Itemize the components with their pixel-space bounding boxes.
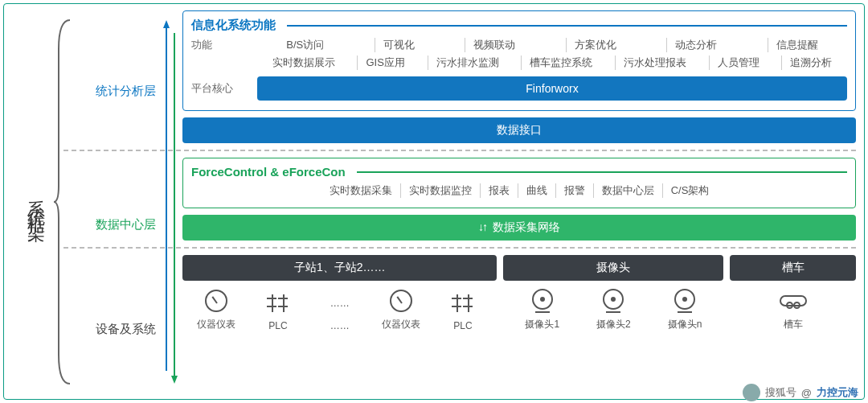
func-item: 人员管理 [709, 56, 768, 70]
device-item: 摄像头n [657, 287, 713, 331]
forcecontrol-head: ForceControl & eForceCon [191, 165, 847, 179]
force-item: 实时数据监控 [400, 183, 480, 198]
device-item: …… …… [312, 290, 368, 331]
divider-1 [63, 150, 856, 151]
group-title: 槽车 [730, 255, 856, 281]
divider-2 [63, 247, 856, 249]
camera-icon [529, 287, 556, 315]
row-label-function: 功能 [191, 38, 257, 52]
group-title: 摄像头 [503, 255, 723, 281]
func-item: 实时数据展示 [264, 56, 343, 70]
layer-labels-column: 统计分析层 数据中心层 设备及系统 [68, 10, 182, 393]
credit-prefix: 搜狐号 [765, 385, 796, 400]
collect-network-pill: 数据采集网络 [182, 215, 856, 241]
device-item: 仪器仪表 [188, 287, 244, 331]
func-item: 追溯分析 [781, 56, 840, 70]
device-group-cameras: 摄像头 摄像头1 摄像头2 摄像头n [503, 255, 723, 331]
force-item: 数据中心层 [593, 183, 662, 198]
info-system-head: 信息化系统功能 [191, 18, 847, 33]
diagram-frame: 系统框架 统计分析层 数据中心层 设备及系统 信息化系统功能 功能 B/S访问 … [3, 3, 865, 400]
func-item: 视频联动 [465, 38, 523, 52]
svg-marker-3 [171, 376, 178, 384]
plc-icon [449, 290, 477, 317]
diagram-title: 系统框架 [24, 186, 48, 218]
credit-line: 搜狐号 @ 力控元海 [743, 384, 858, 401]
device-group-tanker: 槽车 槽车 [730, 255, 856, 331]
force-item: 曲线 [518, 183, 555, 198]
info-system-card: 信息化系统功能 功能 B/S访问 可视化 视频联动 方案优化 动态分析 信息提醒… [182, 10, 856, 111]
func-item: 动态分析 [666, 38, 725, 52]
device-item: 摄像头2 [585, 287, 641, 331]
func-item: 可视化 [375, 38, 423, 52]
data-interface-pill: 数据接口 [182, 117, 856, 143]
info-row1: B/S访问 可视化 视频联动 方案优化 动态分析 信息提醒 [257, 38, 847, 52]
left-title-column: 系统框架 [4, 10, 68, 393]
func-item: 槽车监控系统 [521, 56, 600, 70]
func-item: 污水排水监测 [428, 56, 507, 70]
force-item: C/S架构 [662, 183, 718, 198]
row-label-core: 平台核心 [191, 81, 257, 96]
avatar-icon [743, 384, 760, 401]
platform-core-pill: Finforworx [257, 76, 847, 101]
device-group-substations: 子站1、子站2…… 仪器仪表 PLC …… …… [182, 255, 497, 331]
credit-name: 力控元海 [817, 385, 858, 400]
gauge-icon [203, 287, 230, 315]
device-groups: 子站1、子站2…… 仪器仪表 PLC …… …… [182, 255, 856, 331]
main-content: 信息化系统功能 功能 B/S访问 可视化 视频联动 方案优化 动态分析 信息提醒… [182, 10, 856, 393]
func-item: 污水处理报表 [615, 56, 694, 70]
forcecontrol-card: ForceControl & eForceCon 实时数据采集 实时数据监控 报… [182, 158, 856, 208]
svg-marker-1 [163, 20, 170, 28]
func-item: 信息提醒 [768, 38, 826, 52]
func-item: GIS应用 [357, 56, 412, 70]
force-item: 报警 [555, 183, 593, 198]
func-item: 方案优化 [566, 38, 624, 52]
group-title: 子站1、子站2…… [182, 255, 497, 281]
force-item: 实时数据采集 [321, 183, 400, 198]
ellipsis-icon: …… [326, 290, 354, 317]
tanker-icon [780, 287, 807, 315]
device-item: 摄像头1 [514, 287, 571, 331]
device-item: 槽车 [765, 287, 821, 331]
vertical-arrows-icon [163, 17, 178, 387]
plc-icon [264, 290, 292, 317]
info-row2: 实时数据展示 GIS应用 污水排水监测 槽车监控系统 污水处理报表 人员管理 追… [257, 56, 847, 70]
force-row: 实时数据采集 实时数据监控 报表 曲线 报警 数据中心层 C/S架构 [191, 183, 847, 198]
camera-icon [600, 287, 627, 315]
camera-icon [671, 287, 698, 315]
gauge-icon [387, 287, 415, 315]
device-item: 仪器仪表 [373, 287, 429, 331]
device-item: PLC [250, 290, 306, 331]
func-item: B/S访问 [278, 38, 332, 52]
force-item: 报表 [480, 183, 518, 198]
device-item: PLC [435, 290, 491, 331]
